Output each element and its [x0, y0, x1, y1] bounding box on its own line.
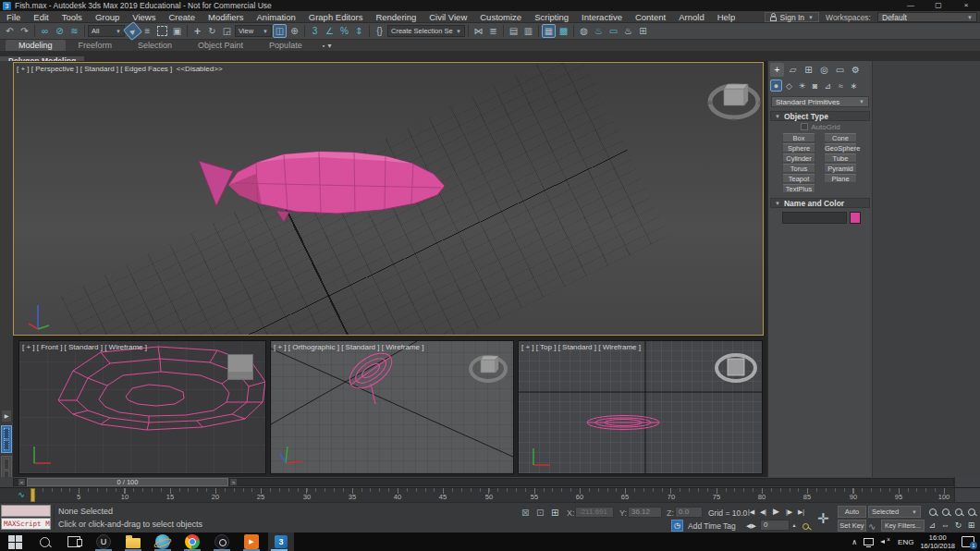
spinner-snap-icon[interactable]: ⇕	[352, 24, 366, 38]
viewcube[interactable]: N W E	[705, 76, 763, 124]
menu-scripting[interactable]: Scripting	[528, 12, 575, 22]
zoom-extents-icon[interactable]	[952, 506, 964, 518]
next-key-button[interactable]: |▶	[783, 506, 795, 518]
snaps-toggle-3d-icon[interactable]: 3	[308, 24, 322, 38]
cameras-category-icon[interactable]: ◙	[809, 80, 821, 92]
menu-graph-editors[interactable]: Graph Editors	[302, 12, 370, 22]
taskbar-app-obs[interactable]	[211, 533, 233, 551]
taskbar-app-file-explorer[interactable]	[122, 533, 144, 551]
taskbar-app-chrome[interactable]	[181, 533, 203, 551]
geometry-category-icon[interactable]: ●	[770, 80, 782, 92]
maxscript-mini-listener[interactable]: MAXScript Mi	[1, 518, 51, 530]
menu-edit[interactable]: Edit	[27, 12, 55, 22]
previous-key-button[interactable]: ◀|	[757, 506, 769, 518]
maximize-button[interactable]: ▢	[925, 0, 952, 11]
taskbar-app-sketchbook[interactable]	[152, 533, 174, 551]
key-filter-icon[interactable]: ∿	[868, 521, 876, 532]
viewport-label-perspective[interactable]: [ + ] [ Perspective ] [ Standard ] [ Edg…	[17, 65, 223, 73]
select-and-scale-icon[interactable]: ◲	[220, 24, 234, 38]
orbit-icon[interactable]: ↻	[952, 519, 964, 531]
teapot-button[interactable]: Teapot	[782, 174, 815, 183]
workspace-dropdown[interactable]: Default ▼	[877, 12, 977, 22]
name-and-color-rollout-header[interactable]: ▼ Name and Color	[770, 198, 870, 208]
viewport-orthographic[interactable]: [ + ] [ Orthographic ] [ Standard ] [ Wi…	[270, 340, 514, 474]
time-slider-handle[interactable]: 0 / 100	[27, 478, 228, 486]
play-button[interactable]: ▶	[769, 506, 783, 518]
menu-customize[interactable]: Customize	[473, 12, 528, 22]
menu-modifiers[interactable]: Modifiers	[202, 12, 251, 22]
angle-snap-icon[interactable]: ∠	[323, 24, 337, 38]
viewcube[interactable]	[467, 349, 509, 387]
render-production-icon[interactable]: ♨	[621, 24, 635, 38]
key-mode-dropdown[interactable]: Selected ▼	[868, 506, 921, 518]
schematic-view-icon[interactable]: ▩	[557, 24, 570, 38]
object-color-swatch[interactable]	[850, 212, 861, 224]
go-to-start-button[interactable]: |◀	[745, 506, 757, 518]
key-mode-toggle-icon[interactable]: ◀▶	[745, 520, 757, 532]
taskbar-clock[interactable]: 16:00 16/10/2018	[920, 533, 955, 550]
select-and-place-icon[interactable]: ⊕	[288, 24, 301, 38]
y-coordinate-field[interactable]: 36.12	[628, 507, 662, 518]
task-view-button[interactable]	[63, 533, 85, 551]
systems-category-icon[interactable]: ∗	[848, 80, 860, 92]
zoom-extents-all-icon[interactable]	[965, 506, 977, 518]
viewport-label-orthographic[interactable]: [ + ] [ Orthographic ] [ Standard ] [ Wi…	[274, 343, 424, 351]
zoom-all-icon[interactable]	[939, 506, 951, 518]
key-filters-button[interactable]: Key Filters...	[881, 520, 925, 532]
frame-spinner[interactable]: ▲▼	[790, 520, 798, 532]
select-and-link-icon[interactable]: ∞	[38, 24, 52, 38]
track-bar[interactable]: ∿ 0 5 10 15 20 25 30 35 40 45 50 55 60 6…	[0, 487, 980, 502]
language-indicator[interactable]: ENG	[898, 538, 913, 546]
ribbon-tab-object-paint[interactable]: Object Paint	[185, 40, 256, 51]
selection-filter-dropdown[interactable]: All ▼	[88, 25, 125, 37]
current-frame-marker[interactable]	[31, 488, 35, 502]
menu-arnold[interactable]: Arnold	[672, 12, 710, 22]
render-setup-icon[interactable]: ♨	[592, 24, 606, 38]
unlink-selection-icon[interactable]: ⊘	[53, 24, 67, 38]
cone-button[interactable]: Cone	[824, 133, 857, 142]
z-coordinate-field[interactable]: 0.0	[675, 507, 703, 518]
motion-tab-icon[interactable]: ◎	[817, 63, 831, 77]
primitives-dropdown[interactable]: Standard Primitives ▼	[771, 96, 869, 107]
viewport-layout-tab-active[interactable]	[1, 425, 12, 453]
isolate-selection-icon[interactable]: ⊠	[521, 508, 529, 518]
ribbon-tab-freeform[interactable]: Freeform	[66, 40, 126, 51]
select-by-name-icon[interactable]: ≡	[141, 24, 154, 38]
modify-tab-icon[interactable]: ▱	[786, 63, 800, 77]
shapes-category-icon[interactable]: ◇	[783, 80, 795, 92]
menu-civil-view[interactable]: Civil View	[423, 12, 473, 22]
bind-to-space-warp-icon[interactable]: ≋	[67, 24, 81, 38]
material-editor-icon[interactable]: ◍	[577, 24, 591, 38]
transform-gizmo-icon[interactable]: ✛	[817, 510, 829, 527]
selection-lock-icon[interactable]: ⊡	[536, 508, 544, 518]
menu-views[interactable]: Views	[126, 12, 162, 22]
torus-button[interactable]: Torus	[782, 164, 815, 173]
next-frame-button[interactable]: >	[229, 478, 238, 486]
named-selection-sets-dropdown[interactable]: Create Selection Se ▼	[387, 25, 465, 37]
taskbar-app-unreal[interactable]: U	[92, 533, 115, 551]
box-button[interactable]: Box	[782, 133, 815, 142]
viewcube[interactable]	[713, 346, 759, 388]
viewport-front[interactable]: [ + ] [ Front ] [ Standard ] [ Wireframe…	[18, 340, 266, 474]
viewport-label-front[interactable]: [ + ] [ Front ] [ Standard ] [ Wireframe…	[22, 343, 147, 351]
plane-button[interactable]: Plane	[824, 174, 857, 183]
menu-interactive[interactable]: Interactive	[575, 12, 629, 22]
fish-model[interactable]	[14, 63, 764, 336]
display-tab-icon[interactable]: ▭	[833, 63, 847, 77]
reference-coordinate-dropdown[interactable]: View ▼	[235, 25, 272, 37]
notification-center-icon[interactable]: 1	[962, 536, 974, 547]
field-of-view-icon[interactable]: ⊿	[926, 519, 938, 531]
maxscript-macro-recorder[interactable]	[1, 505, 51, 517]
redo-icon[interactable]: ↷	[18, 24, 31, 38]
object-type-rollout-header[interactable]: ▼ Object Type	[770, 111, 870, 121]
add-time-tag[interactable]: Add Time Tag	[688, 521, 736, 531]
percent-snap-icon[interactable]: %	[337, 24, 351, 38]
object-name-field[interactable]	[782, 212, 847, 224]
tube-button[interactable]: Tube	[824, 153, 857, 163]
go-to-end-button[interactable]: ▶|	[795, 506, 807, 518]
edit-named-selection-sets-icon[interactable]: {}	[373, 24, 386, 38]
set-key-button[interactable]: Set Key	[838, 520, 866, 532]
toggle-scene-explorer-icon[interactable]: ▤	[507, 24, 521, 38]
maximize-viewport-toggle-icon[interactable]: ⊞	[965, 519, 977, 531]
zoom-icon[interactable]	[926, 506, 938, 518]
